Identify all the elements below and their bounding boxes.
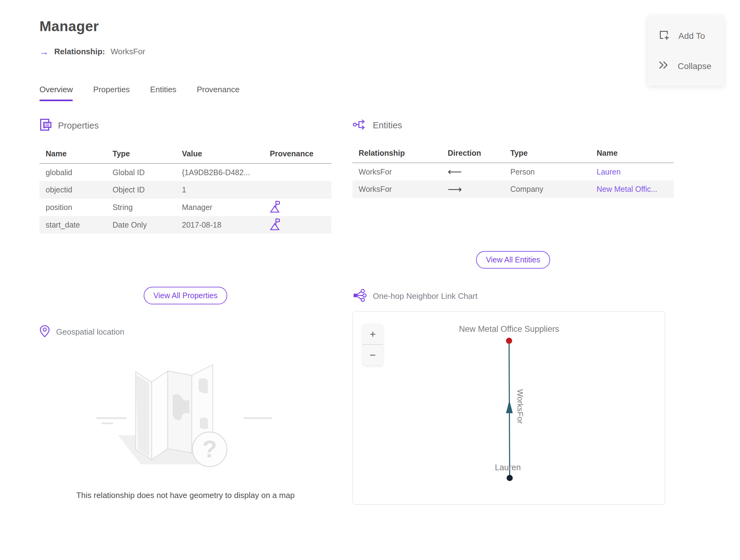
page-title: Manager — [39, 18, 740, 34]
col-header-relationship: Relationship — [352, 146, 442, 163]
edge-label: WorksFor — [516, 389, 525, 424]
tab-bar: Overview Properties Entities Provenance — [39, 85, 740, 101]
entities-table: Relationship Direction Type Name WorksFo… — [352, 146, 674, 198]
table-row: objectid Object ID 1 — [39, 181, 332, 199]
property-type: Date Only — [106, 216, 176, 234]
link-chart-canvas[interactable]: New Metal Office Suppliers WorksFor Laur… — [352, 311, 665, 505]
view-all-entities-button[interactable]: View All Entities — [476, 251, 550, 269]
properties-column: Properties Name Type Value Provenance gl… — [39, 118, 332, 500]
folded-map-illustration: ? — [90, 358, 281, 476]
col-header-provenance: Provenance — [264, 146, 332, 164]
relationship-arrow-icon: → — [39, 47, 49, 57]
geospatial-section-header: Geospatial location — [39, 325, 332, 339]
zoom-in-button[interactable]: + — [363, 324, 383, 344]
table-row: WorksFor ⟵ Person Lauren — [352, 163, 674, 180]
col-header-name: Name — [39, 146, 106, 164]
table-row: WorksFor ⟶ Company New Metal Offic... — [352, 180, 674, 198]
properties-table: Name Type Value Provenance globalid Glob… — [39, 146, 332, 234]
table-row: start_date Date Only 2017-08-18 — [39, 216, 332, 234]
properties-icon — [39, 118, 52, 132]
relationship-value: WorksFor — [111, 47, 145, 57]
company-node[interactable] — [506, 338, 512, 344]
col-header-type: Type — [504, 146, 590, 163]
property-provenance — [264, 199, 332, 216]
zoom-control: + − — [363, 324, 383, 365]
properties-section-header: Properties — [39, 118, 332, 132]
link-chart-section-title: One-hop Neighbor Link Chart — [373, 291, 478, 301]
property-value: {1A9DB2B6-D482... — [176, 164, 264, 181]
tab-overview[interactable]: Overview — [39, 85, 73, 101]
view-all-properties-button[interactable]: View All Properties — [144, 287, 227, 304]
add-to-button[interactable]: Add To — [648, 20, 724, 52]
table-row: position String Manager — [39, 199, 332, 216]
tab-properties[interactable]: Properties — [93, 85, 130, 101]
entity-name-link[interactable]: Lauren — [596, 168, 621, 176]
direction-left-arrow-icon: ⟵ — [442, 163, 504, 180]
property-provenance — [264, 164, 332, 181]
collapse-label: Collapse — [678, 61, 711, 71]
property-value: Manager — [176, 199, 264, 216]
entity-name-link[interactable]: New Metal Offic... — [596, 185, 657, 193]
direction-right-arrow-icon: ⟶ — [442, 180, 504, 198]
edge-arrowhead — [506, 400, 513, 413]
link-chart-graph: New Metal Office Suppliers WorksFor Laur… — [353, 311, 665, 504]
entities-section-header: Entities — [352, 118, 674, 132]
entities-section-title: Entities — [373, 120, 402, 130]
geospatial-empty-state: ? This relationship does not have geomet… — [39, 339, 332, 500]
properties-section-title: Properties — [58, 120, 99, 131]
property-provenance — [264, 216, 332, 234]
property-name: start_date — [39, 216, 106, 234]
relationship-subtitle: → Relationship: WorksFor — [39, 47, 740, 57]
property-value: 2017-08-18 — [176, 216, 264, 234]
property-name: objectid — [39, 181, 106, 199]
tab-entities[interactable]: Entities — [150, 85, 176, 101]
geospatial-empty-message: This relationship does not have geometry… — [76, 491, 294, 500]
one-hop-share-icon — [352, 289, 367, 303]
provenance-flag-icon[interactable] — [270, 223, 280, 232]
node-label-person: Lauren — [495, 463, 521, 472]
relationship-label: Relationship: — [54, 47, 105, 57]
collapse-button[interactable]: Collapse — [648, 52, 724, 81]
entities-graph-icon — [352, 118, 367, 132]
map-pin-icon — [39, 325, 50, 339]
property-value: 1 — [176, 181, 264, 199]
entity-type: Person — [504, 163, 590, 180]
entity-type: Company — [504, 180, 590, 198]
property-type: String — [106, 199, 176, 216]
col-header-direction: Direction — [442, 146, 504, 163]
link-chart-section-header: One-hop Neighbor Link Chart — [352, 289, 674, 303]
svg-text:?: ? — [202, 436, 217, 463]
node-label-company: New Metal Office Suppliers — [459, 324, 559, 334]
zoom-out-button[interactable]: − — [363, 345, 383, 365]
property-type: Object ID — [106, 181, 176, 199]
action-panel: Add To Collapse — [648, 15, 724, 86]
tab-provenance[interactable]: Provenance — [197, 85, 240, 101]
add-to-label: Add To — [678, 31, 705, 41]
col-header-name: Name — [590, 146, 674, 163]
person-node[interactable] — [506, 475, 513, 481]
entities-table-header-row: Relationship Direction Type Name — [352, 146, 674, 163]
property-provenance — [264, 181, 332, 199]
relationship-detail-page: Manager → Relationship: WorksFor Add To — [0, 0, 740, 560]
provenance-flag-icon[interactable] — [270, 206, 280, 215]
add-to-icon — [658, 29, 670, 43]
entity-relationship: WorksFor — [352, 180, 442, 198]
entity-relationship: WorksFor — [352, 163, 442, 180]
properties-table-header-row: Name Type Value Provenance — [39, 146, 332, 164]
property-name: position — [39, 199, 106, 216]
property-name: globalid — [39, 164, 106, 181]
double-chevron-right-icon — [658, 60, 669, 72]
table-row: globalid Global ID {1A9DB2B6-D482... — [39, 164, 332, 181]
entities-column: Entities Relationship Direction Type Nam… — [352, 118, 674, 505]
geospatial-section-title: Geospatial location — [56, 327, 124, 337]
property-type: Global ID — [106, 164, 176, 181]
col-header-value: Value — [176, 146, 264, 164]
col-header-type: Type — [106, 146, 176, 164]
